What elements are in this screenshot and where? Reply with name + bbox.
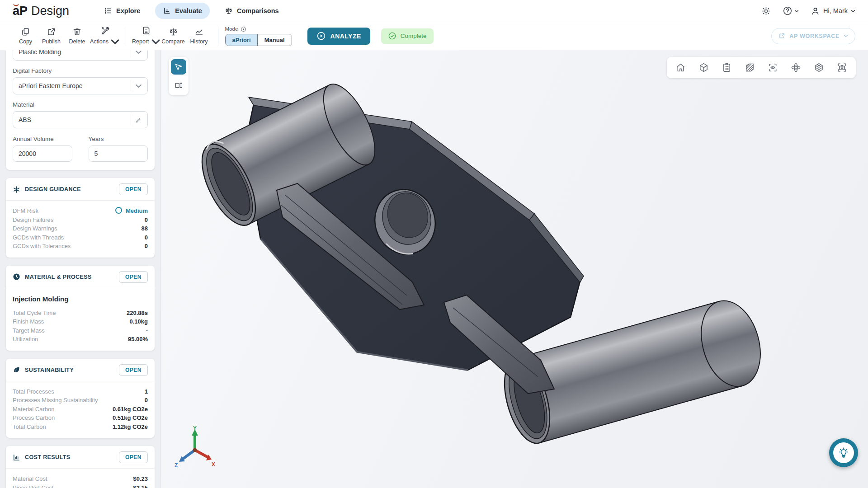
user-menu[interactable]: Hi, Mark: [811, 6, 855, 16]
annual-volume-input[interactable]: [13, 145, 72, 162]
help-menu[interactable]: [783, 6, 799, 16]
measure-tool[interactable]: [171, 78, 186, 93]
metric-label: Total Carbon: [13, 422, 46, 432]
open-material-process-button[interactable]: OPEN: [119, 271, 148, 283]
toolbar-divider: [126, 27, 126, 46]
info-icon[interactable]: [241, 26, 246, 32]
check-circle-icon: [388, 32, 396, 40]
metric-value: 220.88s: [127, 309, 148, 318]
metric-value: 0: [145, 233, 148, 242]
metric-label: Material Carbon: [13, 405, 55, 414]
top-nav: aP Design Explore Evaluate Comparisons H…: [0, 0, 868, 22]
assistant-lightbulb-button[interactable]: [829, 438, 858, 467]
ap-workspace-button[interactable]: AP WORKSPACE: [771, 28, 855, 44]
cost-results-card: COST RESULTS OPEN Material Cost $0.23 Pi…: [6, 446, 155, 488]
process-group-value: Plastic Molding: [19, 50, 61, 56]
design-guidance-metrics: DFM Risk Medium Design Failures 0 Design…: [6, 201, 155, 258]
sustainability-metrics: Total Processes 1 Processes Missing Sust…: [6, 381, 155, 438]
metric-label: GCDs with Tolerances: [13, 242, 71, 251]
balance-scale-icon: [225, 7, 233, 15]
help-icon: [783, 6, 793, 16]
chevron-down-icon: [794, 9, 799, 13]
metric-label: Target Mass: [13, 326, 45, 335]
history-button[interactable]: History: [186, 27, 212, 45]
sustainability-card: SUSTAINABILITY OPEN Total Processes 1 Pr…: [6, 359, 155, 438]
metric-value: 95.00%: [128, 335, 148, 344]
nav-tab-comparisons[interactable]: Comparisons: [217, 3, 287, 19]
nav-tab-evaluate[interactable]: Evaluate: [155, 3, 210, 19]
open-design-guidance-button[interactable]: OPEN: [119, 183, 148, 195]
user-avatar-icon: [811, 6, 820, 16]
button-label: Publish: [42, 38, 61, 45]
report-menu-button[interactable]: Report: [132, 26, 160, 47]
section-view-icon[interactable]: [745, 62, 755, 73]
metric-row: Process Carbon 0.51kg CO2e: [13, 413, 148, 422]
metric-row: DFM Risk Medium: [13, 206, 148, 216]
metric-row: Material Carbon 0.61kg CO2e: [13, 405, 148, 414]
button-label: History: [190, 38, 208, 45]
publish-icon: [47, 27, 56, 37]
user-greeting: Hi, Mark: [823, 7, 848, 14]
analyze-button[interactable]: ANALYZE: [307, 28, 370, 45]
metric-label: Total Processes: [13, 387, 54, 396]
scenario-config-card: Plastic Molding Digital Factory aPriori …: [6, 50, 155, 170]
cube-view-icon[interactable]: [698, 62, 709, 73]
copy-icon: [21, 27, 30, 37]
toolbar-divider: [218, 27, 218, 46]
metric-row: Finish Mass 0.10kg: [13, 317, 148, 326]
material-process-metrics: Total Cycle Time 220.88s Finish Mass 0.1…: [6, 303, 155, 351]
orbit-rotate-icon[interactable]: [791, 62, 801, 73]
home-view-icon[interactable]: [675, 62, 686, 73]
mode-label: Mode: [225, 26, 238, 32]
digital-factory-value: aPriori Eastern Europe: [19, 82, 83, 89]
process-group-select[interactable]: Plastic Molding: [13, 50, 148, 61]
actions-menu-button[interactable]: Actions: [90, 26, 120, 47]
metric-label: Material Cost: [13, 474, 47, 483]
years-input[interactable]: [89, 145, 148, 162]
edit-pencil-icon[interactable]: [135, 117, 142, 123]
select-cursor-tool[interactable]: [171, 59, 186, 75]
metric-row: Target Mass -: [13, 326, 148, 335]
play-circle-icon: [316, 31, 326, 41]
copy-button[interactable]: Copy: [13, 27, 38, 45]
app-logo: aP Design: [13, 4, 69, 18]
view-fit-icon[interactable]: [768, 62, 778, 73]
axis-triad: Y Z X: [174, 425, 215, 469]
exploded-view-icon[interactable]: [814, 62, 824, 73]
metric-value: 88: [142, 224, 148, 233]
bom-list-icon[interactable]: [722, 62, 732, 73]
delete-button[interactable]: Delete: [64, 27, 90, 45]
mode-option-manual[interactable]: Manual: [258, 34, 292, 46]
nav-tab-label: Evaluate: [175, 7, 202, 14]
metric-label: GCDs with Threads: [13, 233, 64, 242]
metric-label: Total Cycle Time: [13, 309, 56, 318]
clock-icon: [13, 273, 20, 281]
compare-button[interactable]: Compare: [160, 27, 186, 45]
mode-option-apriori[interactable]: aPriori: [226, 34, 258, 46]
material-field[interactable]: ABS: [13, 111, 148, 128]
axis-x-label: X: [212, 461, 215, 468]
open-cost-results-button[interactable]: OPEN: [119, 451, 148, 463]
metric-label: Piece Part Cost: [13, 483, 53, 488]
metric-label: Process Carbon: [13, 413, 55, 422]
metric-label: Utilization: [13, 335, 38, 344]
publish-button[interactable]: Publish: [38, 27, 64, 45]
asterisk-icon: [13, 186, 20, 193]
cad-model-rocker-arm[interactable]: [176, 76, 809, 447]
nav-tab-explore[interactable]: Explore: [96, 3, 148, 19]
status-label: Complete: [401, 33, 427, 39]
settings-gear-icon[interactable]: [761, 6, 771, 16]
button-label: Delete: [69, 38, 85, 45]
metric-value: 1.12kg CO2e: [113, 422, 148, 432]
cad-viewport[interactable]: Y Z X: [160, 50, 868, 488]
logo-suffix: Design: [31, 4, 69, 18]
open-sustainability-button[interactable]: OPEN: [119, 364, 148, 376]
nav-right-cluster: Hi, Mark: [761, 6, 855, 16]
metric-label: DFM Risk: [13, 206, 38, 216]
nav-tab-label: Explore: [116, 7, 140, 14]
chevron-down-icon: [135, 83, 142, 89]
report-document-icon: [142, 26, 151, 35]
workspace-label: AP WORKSPACE: [789, 33, 840, 39]
snapshot-camera-icon[interactable]: [837, 62, 847, 73]
digital-factory-select[interactable]: aPriori Eastern Europe: [13, 77, 148, 94]
